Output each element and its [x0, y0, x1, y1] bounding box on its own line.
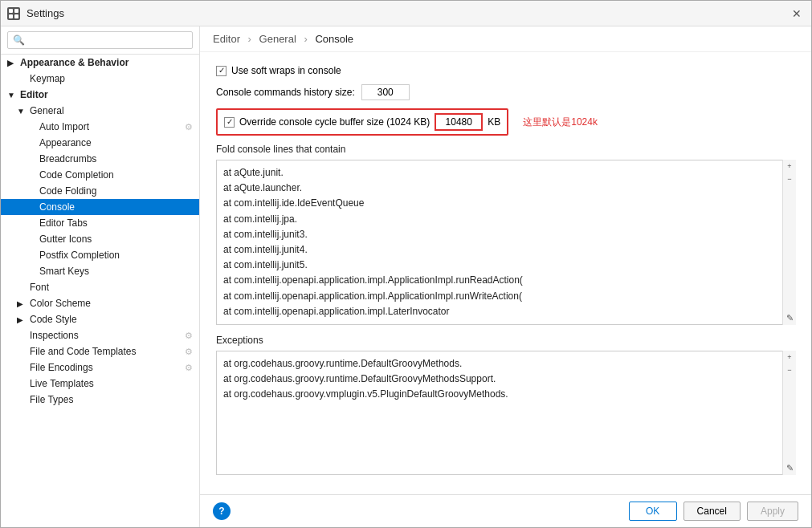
svg-rect-3: [14, 14, 18, 18]
sidebar-item-postfix-completion[interactable]: Postfix Completion: [1, 247, 199, 263]
breadcrumb-sep2: ›: [304, 33, 307, 45]
override-checkbox-label[interactable]: Override console cycle buffer size (1024…: [224, 116, 430, 128]
sidebar-item-appearance-behavior[interactable]: ▶Appearance & Behavior: [1, 55, 199, 71]
search-input[interactable]: [7, 31, 193, 49]
sidebar-item-color-scheme[interactable]: ▶Color Scheme: [1, 295, 199, 311]
breadcrumb-editor: Editor: [213, 33, 240, 45]
sidebar-item-file-types[interactable]: File Types: [1, 392, 199, 408]
sidebar-item-label: File Types: [30, 394, 73, 405]
arrow-icon: ▶: [7, 59, 17, 67]
exceptions-scrollbar: + − ✎: [782, 351, 795, 475]
sidebar-item-editor-tabs[interactable]: Editor Tabs: [1, 215, 199, 231]
exceptions-edit-button[interactable]: ✎: [783, 376, 796, 475]
soft-wrap-row: Use soft wraps in console: [216, 65, 795, 76]
sidebar-item-label: Breadcrumbs: [39, 153, 96, 164]
fold-add-button[interactable]: +: [783, 160, 796, 173]
close-button[interactable]: ✕: [789, 6, 805, 22]
search-box: [1, 26, 199, 55]
sidebar-item-keymap[interactable]: Keymap: [1, 71, 199, 87]
sidebar-item-label: Appearance & Behavior: [20, 57, 129, 68]
exceptions-minus-button[interactable]: −: [783, 364, 796, 376]
history-row: Console commands history size:: [216, 84, 795, 100]
override-box: Override console cycle buffer size (1024…: [216, 108, 508, 136]
sidebar-item-appearance[interactable]: Appearance: [1, 135, 199, 151]
exception-line: at org.codehaus.groovy.runtime.DefaultGr…: [223, 372, 778, 387]
fold-section: Fold console lines that contain at aQute…: [216, 144, 795, 325]
breadcrumb: Editor › General › Console: [200, 26, 811, 52]
sidebar-item-label: General: [30, 105, 64, 116]
sidebar-item-inspections[interactable]: Inspections⚙: [1, 327, 199, 343]
soft-wrap-checkbox[interactable]: [216, 66, 226, 76]
override-input[interactable]: [435, 113, 483, 131]
cancel-button[interactable]: Cancel: [683, 502, 741, 521]
arrow-icon: ▶: [17, 315, 27, 324]
settings-icon: ⚙: [185, 122, 193, 132]
ok-button[interactable]: OK: [629, 502, 677, 521]
override-checkbox[interactable]: [224, 117, 235, 128]
fold-line: at com.intellij.junit3.: [223, 227, 778, 242]
history-input[interactable]: [361, 84, 410, 100]
sidebar-item-file-code-templates[interactable]: File and Code Templates⚙: [1, 343, 199, 359]
sidebar-item-code-style[interactable]: ▶Code Style: [1, 311, 199, 327]
sidebar-item-label: Keymap: [30, 73, 65, 84]
settings-icon: ⚙: [185, 347, 193, 357]
sidebar-item-editor[interactable]: ▼Editor: [1, 87, 199, 103]
sidebar-item-label: Inspections: [30, 330, 79, 341]
settings-icon: ⚙: [185, 363, 193, 373]
fold-lines-text[interactable]: at aQute.junit.at aQute.launcher.at com.…: [216, 160, 795, 325]
sidebar: ▶Appearance & BehaviorKeymap▼Editor▼Gene…: [1, 26, 200, 527]
sidebar-item-file-encodings[interactable]: File Encodings⚙: [1, 359, 199, 376]
history-label: Console commands history size:: [216, 87, 355, 98]
apply-button[interactable]: Apply: [747, 502, 798, 521]
exceptions-section: Exceptions at org.codehaus.groovy.runtim…: [216, 335, 795, 475]
sidebar-item-smart-keys[interactable]: Smart Keys: [1, 263, 199, 279]
exceptions-text[interactable]: at org.codehaus.groovy.runtime.DefaultGr…: [216, 351, 795, 475]
sidebar-item-label: Editor Tabs: [39, 217, 88, 229]
exceptions-container: at org.codehaus.groovy.runtime.DefaultGr…: [216, 351, 795, 475]
sidebar-item-label: Console: [39, 201, 75, 213]
sidebar-item-auto-import[interactable]: Auto Import⚙: [1, 119, 199, 135]
sidebar-item-label: Code Completion: [39, 169, 114, 181]
sidebar-item-code-completion[interactable]: Code Completion: [1, 167, 199, 183]
fold-line: at com.intellij.jpa.: [223, 212, 778, 227]
sidebar-item-label: Smart Keys: [39, 266, 89, 277]
help-button[interactable]: ?: [213, 502, 231, 520]
override-label-text: Override console cycle buffer size (1024…: [239, 116, 430, 128]
arrow-icon: ▶: [17, 299, 27, 308]
settings-icon: ⚙: [185, 331, 193, 341]
sidebar-item-gutter-icons[interactable]: Gutter Icons: [1, 231, 199, 247]
svg-rect-2: [9, 14, 13, 18]
title-bar: Settings ✕: [1, 1, 811, 26]
exceptions-add-button[interactable]: +: [783, 351, 796, 364]
sidebar-item-label: Auto Import: [39, 121, 89, 132]
breadcrumb-console: Console: [315, 33, 353, 45]
fold-line: at com.intellij.openapi.application.impl…: [223, 304, 778, 319]
sidebar-item-console[interactable]: Console: [1, 199, 199, 215]
main-content: ▶Appearance & BehaviorKeymap▼Editor▼Gene…: [1, 26, 811, 527]
sidebar-item-label: Color Scheme: [30, 298, 91, 309]
exception-line: at org.codehaus.groovy.vmplugin.v5.Plugi…: [223, 387, 778, 402]
override-row: Override console cycle buffer size (1024…: [216, 108, 795, 136]
fold-line: at com.intellij.ide.IdeEventQueue: [223, 196, 778, 211]
exception-line: at org.codehaus.groovy.runtime.DefaultGr…: [223, 356, 778, 372]
sidebar-item-label: Gutter Icons: [39, 234, 92, 245]
sidebar-item-live-templates[interactable]: Live Templates: [1, 376, 199, 392]
chinese-note: 这里默认是1024k: [523, 116, 598, 129]
sidebar-item-breadcrumbs[interactable]: Breadcrumbs: [1, 151, 199, 167]
fold-minus-button[interactable]: −: [783, 173, 796, 185]
arrow-icon: ▼: [7, 91, 17, 100]
sidebar-item-label: Live Templates: [30, 378, 94, 389]
sidebar-item-label: File and Code Templates: [30, 346, 137, 357]
fold-line: at com.intellij.openapi.application.impl…: [223, 289, 778, 304]
svg-rect-1: [14, 9, 18, 13]
arrow-icon: ▼: [17, 107, 27, 116]
soft-wrap-label[interactable]: Use soft wraps in console: [216, 65, 341, 76]
fold-lines-container: at aQute.junit.at aQute.launcher.at com.…: [216, 160, 795, 325]
sidebar-item-font[interactable]: Font: [1, 279, 199, 295]
sidebar-item-general[interactable]: ▼General: [1, 103, 199, 119]
fold-line: at aQute.launcher.: [223, 181, 778, 196]
settings-window: Settings ✕ ▶Appearance & BehaviorKeymap▼…: [0, 0, 812, 528]
main-panel: Editor › General › Console Use soft wrap…: [200, 26, 811, 527]
fold-edit-button[interactable]: ✎: [783, 185, 796, 325]
sidebar-item-code-folding[interactable]: Code Folding: [1, 183, 199, 199]
